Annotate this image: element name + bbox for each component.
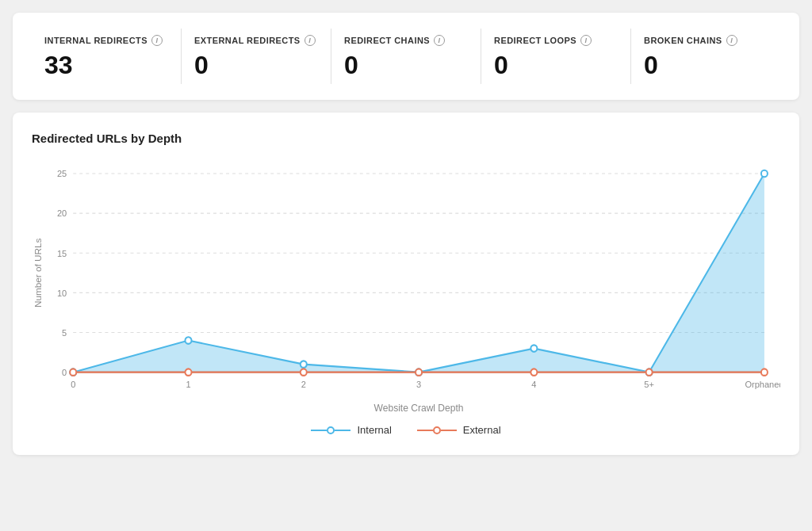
legend-internal: Internal bbox=[311, 424, 391, 436]
svg-text:5: 5 bbox=[62, 328, 67, 338]
legend-internal-line-right bbox=[335, 430, 350, 431]
svg-point-35 bbox=[646, 369, 653, 376]
chart-container: 0510152025Number of URLs012345+OrphanedW… bbox=[32, 161, 780, 414]
legend-external-label: External bbox=[463, 424, 501, 436]
chart-card: Redirected URLs by Depth 0510152025Numbe… bbox=[13, 113, 799, 455]
chart-title: Redirected URLs by Depth bbox=[32, 132, 780, 145]
svg-text:20: 20 bbox=[57, 208, 67, 218]
legend-external-line-left bbox=[417, 430, 433, 431]
stat-item-internal-redirects: INTERNAL REDIRECTS i33 bbox=[32, 29, 182, 84]
svg-point-24 bbox=[301, 361, 307, 368]
svg-text:0: 0 bbox=[71, 380, 75, 389]
stat-label-broken-chains: BROKEN CHAINS i bbox=[644, 35, 768, 46]
svg-text:5+: 5+ bbox=[644, 380, 654, 389]
svg-text:1: 1 bbox=[186, 380, 190, 389]
info-icon-broken-chains[interactable]: i bbox=[726, 35, 737, 46]
svg-point-26 bbox=[530, 345, 537, 352]
svg-point-32 bbox=[301, 369, 307, 376]
svg-point-33 bbox=[416, 369, 422, 376]
stat-label-redirect-loops: REDIRECT LOOPS i bbox=[494, 35, 618, 46]
legend-external-line bbox=[417, 426, 457, 434]
info-icon-redirect-loops[interactable]: i bbox=[580, 35, 592, 46]
stat-item-external-redirects: EXTERNAL REDIRECTS i0 bbox=[182, 29, 331, 84]
chart-legend: Internal External bbox=[32, 424, 780, 436]
svg-text:Number of URLs: Number of URLs bbox=[33, 238, 43, 308]
info-icon-internal-redirects[interactable]: i bbox=[151, 35, 163, 46]
legend-internal-label: Internal bbox=[357, 424, 391, 436]
info-icon-external-redirects[interactable]: i bbox=[304, 35, 316, 46]
svg-point-36 bbox=[761, 369, 768, 376]
stat-value-redirect-loops: 0 bbox=[494, 52, 618, 78]
stat-label-internal-redirects: INTERNAL REDIRECTS i bbox=[44, 35, 168, 46]
svg-text:0: 0 bbox=[62, 368, 67, 377]
svg-text:15: 15 bbox=[57, 248, 67, 258]
svg-text:2: 2 bbox=[301, 380, 306, 389]
svg-text:Orphaned: Orphaned bbox=[745, 380, 780, 389]
stats-card: INTERNAL REDIRECTS i33EXTERNAL REDIRECTS… bbox=[13, 13, 799, 100]
stat-value-broken-chains: 0 bbox=[644, 52, 768, 78]
svg-point-31 bbox=[185, 369, 191, 376]
stat-label-redirect-chains: REDIRECT CHAINS i bbox=[344, 35, 468, 46]
stat-value-internal-redirects: 33 bbox=[44, 52, 168, 78]
stat-item-redirect-loops: REDIRECT LOOPS i0 bbox=[481, 29, 631, 84]
legend-external-dot bbox=[433, 426, 441, 434]
svg-marker-21 bbox=[73, 174, 764, 372]
svg-text:Website Crawl Depth: Website Crawl Depth bbox=[374, 402, 464, 413]
svg-text:25: 25 bbox=[57, 169, 67, 178]
stat-item-redirect-chains: REDIRECT CHAINS i0 bbox=[331, 29, 481, 84]
legend-external-line-right bbox=[441, 430, 457, 431]
stat-label-external-redirects: EXTERNAL REDIRECTS i bbox=[194, 35, 318, 46]
stat-value-external-redirects: 0 bbox=[194, 52, 318, 78]
legend-internal-line bbox=[311, 426, 350, 434]
legend-internal-dot bbox=[327, 426, 335, 434]
legend-external: External bbox=[417, 424, 501, 436]
stat-value-redirect-chains: 0 bbox=[344, 52, 468, 78]
svg-point-23 bbox=[185, 337, 191, 344]
svg-point-30 bbox=[70, 369, 76, 376]
legend-internal-line-left bbox=[311, 430, 327, 431]
stat-item-broken-chains: BROKEN CHAINS i0 bbox=[631, 29, 780, 84]
svg-point-34 bbox=[530, 369, 537, 376]
svg-point-28 bbox=[761, 170, 768, 178]
svg-text:3: 3 bbox=[416, 380, 421, 389]
svg-text:10: 10 bbox=[57, 288, 67, 297]
svg-text:4: 4 bbox=[531, 380, 536, 389]
info-icon-redirect-chains[interactable]: i bbox=[434, 35, 445, 46]
